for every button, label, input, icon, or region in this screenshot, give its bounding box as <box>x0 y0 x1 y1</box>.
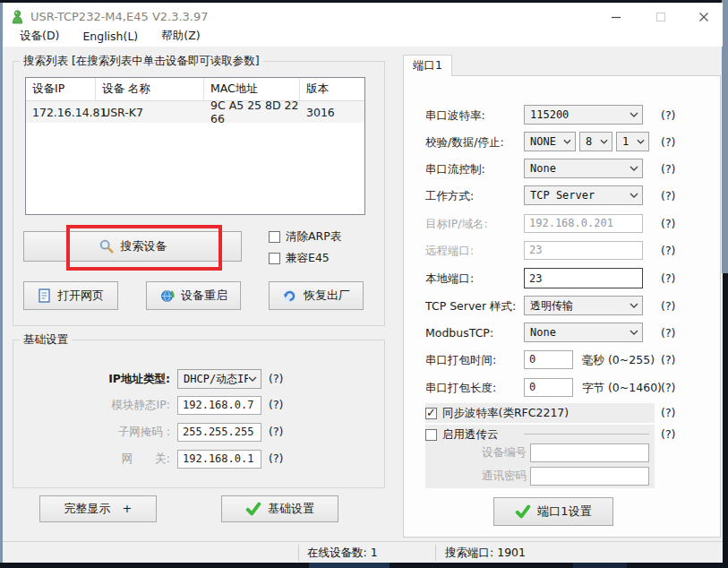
cloud-enable-label: 启用透传云 <box>442 427 499 443</box>
row-local-port: 本地端口: (?) <box>412 268 721 289</box>
gateway-help[interactable]: (?) <box>269 452 283 465</box>
close-button[interactable] <box>689 5 719 28</box>
menu-help[interactable]: 帮助(Z) <box>152 27 209 47</box>
parity-select[interactable]: NONE <box>524 132 576 151</box>
col-device-name[interactable]: 设备 名称 <box>96 78 204 100</box>
local-port-help[interactable]: (?) <box>661 271 675 285</box>
subnet-mask-label: 子网掩码 : <box>118 425 170 440</box>
flow-control-select[interactable]: None <box>524 159 643 178</box>
row-subnet-mask: 子网掩码 : (?) <box>13 422 385 442</box>
target-ip-help[interactable]: (?) <box>661 217 675 230</box>
clear-arp-label: 清除ARP表 <box>286 229 341 245</box>
parity-help[interactable]: (?) <box>661 135 675 149</box>
chevron-down-icon <box>630 166 638 171</box>
clear-arp-checkbox[interactable]: 清除ARP表 <box>269 229 341 245</box>
device-restart-button[interactable]: 设备重启 <box>146 281 241 310</box>
reset-arrow-icon <box>282 288 297 304</box>
sync-baud-help[interactable]: (?) <box>661 406 675 419</box>
remote-port-label: 远程端口: <box>425 244 474 259</box>
row-gateway: 网 关: (?) <box>13 449 385 469</box>
tab-port1[interactable]: 端口1 <box>403 55 452 76</box>
static-ip-label: 模块静态IP: <box>112 398 170 413</box>
taskbar-glow <box>309 563 390 568</box>
menu-device[interactable]: 设备(D) <box>11 27 68 47</box>
target-ip-input[interactable] <box>524 214 643 233</box>
device-id-label: 设备编号 <box>482 445 527 460</box>
ip-type-label: IP地址类型: <box>108 372 170 387</box>
cell-version: 3016 <box>300 101 364 123</box>
chevron-down-icon <box>630 112 638 117</box>
pack-time-input[interactable] <box>524 350 573 369</box>
cell-device-ip: 172.16.14.81 <box>26 101 96 123</box>
cloud-enable-help[interactable]: (?) <box>661 427 675 441</box>
col-version[interactable]: 版本 <box>300 78 364 100</box>
remote-port-help[interactable]: (?) <box>661 244 675 257</box>
basic-settings-apply-button[interactable]: 基础设置 <box>221 495 338 522</box>
chevron-down-icon <box>630 303 638 308</box>
device-id-input[interactable] <box>530 443 649 462</box>
modbus-tcp-select[interactable]: None <box>524 323 643 342</box>
online-device-count: 在线设备数: 1 <box>307 546 378 561</box>
chevron-down-icon <box>563 139 571 144</box>
tcp-server-style-label: TCP Server 样式: <box>425 299 516 314</box>
e45-compat-checkbox[interactable]: 兼容E45 <box>269 251 330 266</box>
app-logo-icon <box>10 9 25 24</box>
subnet-mask-help[interactable]: (?) <box>269 425 283 438</box>
ip-type-select[interactable]: DHCP/动态IP <box>177 369 261 389</box>
comm-password-label: 通讯密码 <box>482 469 527 484</box>
comm-password-input[interactable] <box>530 467 649 486</box>
menu-english[interactable]: English(L) <box>73 28 147 46</box>
row-comm-password: 通讯密码 <box>425 466 655 484</box>
tcp-server-style-help[interactable]: (?) <box>661 299 675 313</box>
subnet-mask-input[interactable] <box>177 423 261 442</box>
pack-length-help[interactable]: (?) <box>661 381 675 394</box>
work-mode-select[interactable]: TCP Server <box>524 185 643 205</box>
baud-rate-select[interactable]: 115200 <box>524 105 643 125</box>
pack-time-unit: 毫秒 (0~255) <box>582 353 655 368</box>
checkbox-icon <box>269 253 280 264</box>
table-row[interactable]: 172.16.14.81 USR-K7 9C A5 25 8D 22 66 30… <box>26 101 364 123</box>
row-device-id: 设备编号 <box>425 443 655 460</box>
parity-label: 校验/数据/停止: <box>425 135 504 151</box>
col-device-ip[interactable]: 设备IP <box>26 78 96 100</box>
tcp-server-style-select[interactable]: 透明传输 <box>524 296 643 315</box>
static-ip-input[interactable] <box>177 396 261 415</box>
basic-settings-legend: 基础设置 <box>20 332 72 348</box>
taskbar-glow <box>573 563 627 568</box>
gateway-label: 网 关: <box>122 452 170 467</box>
green-check-icon <box>515 504 531 519</box>
sync-baud-checkbox[interactable]: 同步波特率(类RFC2217) <box>425 406 569 421</box>
window-title: USR-TCP232-M4,E45 V2.3.3.97 <box>30 10 209 23</box>
port1-settings-button[interactable]: 端口1设置 <box>493 497 613 526</box>
stop-bits-select[interactable]: 1 <box>616 132 649 151</box>
local-port-input[interactable] <box>524 268 643 288</box>
col-mac-address[interactable]: MAC地址 <box>204 78 300 100</box>
open-webpage-button[interactable]: 打开网页 <box>23 281 118 310</box>
gateway-input[interactable] <box>177 450 261 469</box>
work-mode-help[interactable]: (?) <box>661 189 675 202</box>
backdrop-right <box>722 0 728 273</box>
pack-time-help[interactable]: (?) <box>661 353 675 366</box>
remote-port-input[interactable] <box>524 241 643 260</box>
pack-length-input[interactable] <box>524 378 573 397</box>
minimize-button[interactable] <box>601 5 631 28</box>
baud-rate-help[interactable]: (?) <box>661 108 675 122</box>
row-modbus-tcp: ModbusTCP: None (?) <box>412 323 721 344</box>
static-ip-help[interactable]: (?) <box>269 398 283 411</box>
green-check-icon <box>245 502 261 516</box>
cloud-enable-checkbox[interactable]: 启用透传云 <box>425 427 499 443</box>
menu-bar: 设备(D) English(L) 帮助(Z) <box>3 26 723 47</box>
maximize-button[interactable] <box>646 5 676 28</box>
flow-control-help[interactable]: (?) <box>661 162 675 176</box>
cell-mac-address: 9C A5 25 8D 22 66 <box>204 101 300 123</box>
full-display-button[interactable]: 完整显示 + <box>39 495 157 522</box>
row-baud-rate: 串口波特率: 115200 (?) <box>412 105 721 126</box>
modbus-tcp-help[interactable]: (?) <box>661 326 675 340</box>
factory-reset-button[interactable]: 恢复出厂 <box>269 281 364 310</box>
row-pack-length: 串口打包长度: 字节 (0~1460) (?) <box>412 377 721 399</box>
ip-type-help[interactable]: (?) <box>269 372 283 385</box>
chevron-down-icon <box>600 139 608 144</box>
flow-control-label: 串口流控制: <box>425 162 485 177</box>
data-bits-select[interactable]: 8 <box>579 132 612 151</box>
chevron-down-icon <box>630 193 638 198</box>
